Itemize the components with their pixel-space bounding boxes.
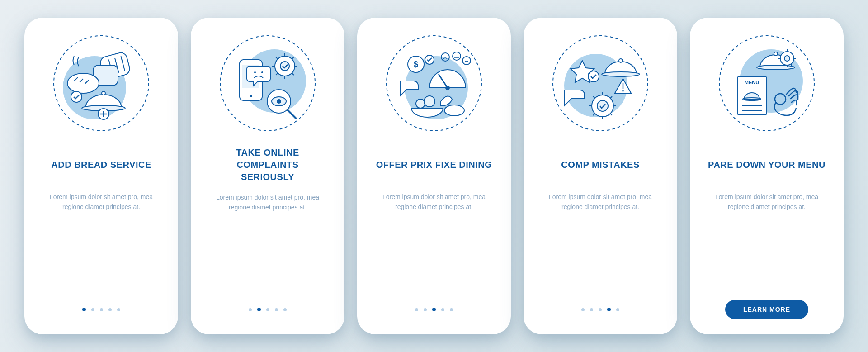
onboarding-screen-3: $ OFFER PRIX FIXE DINING Lorem ipsum dol… <box>357 18 511 334</box>
svg-point-47 <box>444 105 464 116</box>
screen-title: OFFER PRIX FIXE DINING <box>372 147 497 183</box>
pagination-dots <box>249 308 287 311</box>
svg-point-10 <box>71 91 82 102</box>
online-complaints-icon <box>218 33 317 133</box>
dot-2[interactable] <box>590 308 593 311</box>
screen-footer <box>537 298 664 321</box>
onboarding-screen-5: MENU PARE DOWN YOUR MENU Lorem ipsum dol… <box>690 18 844 334</box>
svg-point-45 <box>416 99 425 108</box>
screen-footer: LEARN MORE <box>703 298 830 321</box>
screen-title: PARE DOWN YOUR MENU <box>703 147 830 183</box>
dot-1[interactable] <box>581 308 585 311</box>
dot-3[interactable] <box>599 308 602 311</box>
svg-point-16 <box>250 95 252 97</box>
svg-point-7 <box>67 73 99 93</box>
dot-5[interactable] <box>283 308 287 311</box>
svg-point-46 <box>424 96 435 107</box>
screen-title: TAKE ONLINE COMPLAINTS SERIOUSLY <box>204 147 331 183</box>
dot-2[interactable] <box>91 308 94 311</box>
dot-1[interactable] <box>82 308 86 311</box>
dot-3[interactable] <box>100 308 103 311</box>
dot-3[interactable] <box>266 308 269 311</box>
dot-4[interactable] <box>275 308 278 311</box>
svg-line-30 <box>288 110 296 118</box>
prix-fixe-icon: $ <box>384 33 484 133</box>
onboarding-screen-2: TAKE ONLINE COMPLAINTS SERIOUSLY Lorem i… <box>191 18 344 334</box>
svg-point-67 <box>757 65 795 70</box>
onboarding-screen-1: ADD BREAD SERVICE Lorem ipsum dolor sit … <box>24 18 178 334</box>
svg-point-54 <box>622 90 624 92</box>
onboarding-screen-4: COMP MISTAKES Lorem ipsum dolor sit amet… <box>524 18 677 334</box>
screen-title: ADD BREAD SERVICE <box>47 147 156 183</box>
pagination-dots <box>415 308 453 311</box>
pagination-dots <box>581 308 619 311</box>
screen-description: Lorem ipsum dolor sit amet pro, mea regi… <box>537 192 664 212</box>
svg-point-28 <box>280 62 289 71</box>
pare-down-menu-icon: MENU <box>717 33 816 133</box>
pagination-dots <box>82 308 120 311</box>
svg-point-39 <box>453 52 461 60</box>
screen-footer <box>371 298 497 321</box>
comp-mistakes-icon <box>551 33 650 133</box>
screen-description: Lorem ipsum dolor sit amet pro, mea regi… <box>703 192 830 212</box>
screen-description: Lorem ipsum dolor sit amet pro, mea regi… <box>204 192 331 213</box>
svg-point-18 <box>261 71 263 73</box>
svg-text:$: $ <box>414 60 418 69</box>
svg-point-9 <box>102 91 105 95</box>
svg-point-51 <box>602 72 640 76</box>
dot-4[interactable] <box>108 308 112 311</box>
dot-4[interactable] <box>441 308 444 311</box>
svg-point-50 <box>588 71 599 82</box>
dot-3[interactable] <box>432 308 436 311</box>
svg-point-44 <box>445 86 450 90</box>
dot-5[interactable] <box>450 308 453 311</box>
svg-point-41 <box>462 57 471 65</box>
learn-more-button[interactable]: LEARN MORE <box>725 300 808 319</box>
dot-1[interactable] <box>415 308 418 311</box>
screen-description: Lorem ipsum dolor sit amet pro, mea regi… <box>371 192 497 212</box>
svg-point-64 <box>597 100 608 111</box>
screen-description: Lorem ipsum dolor sit amet pro, mea regi… <box>38 192 165 212</box>
svg-point-52 <box>619 59 623 62</box>
dot-1[interactable] <box>249 308 252 311</box>
svg-point-32 <box>277 99 281 104</box>
dot-2[interactable] <box>424 308 427 311</box>
svg-point-17 <box>254 71 256 73</box>
dot-5[interactable] <box>616 308 619 311</box>
dot-2[interactable] <box>257 308 261 311</box>
screen-footer <box>38 298 165 321</box>
svg-text:MENU: MENU <box>745 80 759 85</box>
dot-4[interactable] <box>607 308 611 311</box>
svg-point-68 <box>774 52 778 56</box>
screen-footer <box>204 298 331 321</box>
screen-title: COMP MISTAKES <box>557 147 644 183</box>
svg-line-61 <box>610 114 612 115</box>
dot-5[interactable] <box>117 308 120 311</box>
svg-point-74 <box>784 56 790 61</box>
bread-service-icon <box>52 33 151 133</box>
